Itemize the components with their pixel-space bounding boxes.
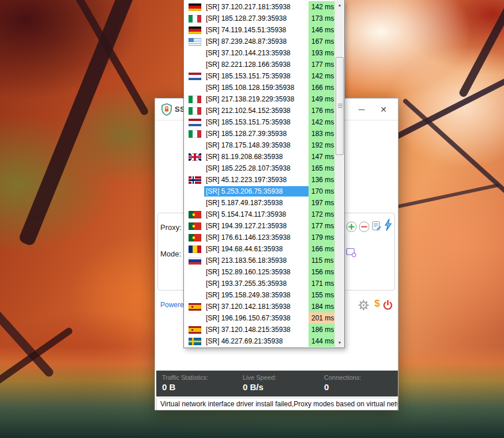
server-ping: 177 ms <box>309 220 334 232</box>
ping-test-lightning-icon[interactable] <box>382 218 394 231</box>
server-row[interactable]: [SR] 212.102.54.152:35938 176 ms <box>184 105 334 116</box>
server-address: [SR] 194.68.44.61:35938 <box>204 244 309 254</box>
mode-config-icon[interactable] <box>345 246 357 259</box>
server-address: [SR] 193.37.255.35:35938 <box>204 278 309 289</box>
server-ping: 173 ms <box>309 13 334 24</box>
server-row[interactable]: [SR] 37.120.144.213:35938 193 ms <box>184 47 334 59</box>
server-ping: 183 ms <box>309 128 334 139</box>
settings-gear-icon[interactable] <box>358 299 369 311</box>
server-address: [SR] 37.120.148.215:35938 <box>204 324 309 335</box>
scrollbar[interactable]: ▲ ▼ <box>334 0 344 348</box>
server-address: [SR] 152.89.160.125:35938 <box>204 267 309 277</box>
country-flag-icon <box>189 269 201 276</box>
country-flag-icon <box>189 61 201 69</box>
server-ping: 146 ms <box>309 24 334 36</box>
tree-branch <box>18 0 134 247</box>
server-ping: 136 ms <box>309 174 334 186</box>
country-flag-icon <box>189 165 201 172</box>
connections-value: 0 <box>324 382 361 392</box>
server-row[interactable]: [SR] 37.120.217.181:35938 142 ms <box>184 1 334 13</box>
server-ping: 167 ms <box>309 36 334 47</box>
country-flag-icon <box>189 234 201 241</box>
donate-dollar-icon[interactable]: $ <box>371 297 383 310</box>
server-ping: 166 ms <box>309 243 334 255</box>
server-address: [SR] 178.175.148.39:35938 <box>204 140 309 150</box>
server-row[interactable]: [SR] 185.128.27.39:35938 173 ms <box>184 13 334 24</box>
server-row[interactable]: [SR] 152.89.160.125:35938 156 ms <box>184 266 334 278</box>
edit-proxy-button[interactable] <box>371 220 382 232</box>
server-ping: 176 ms <box>309 105 334 116</box>
add-proxy-button[interactable] <box>345 220 357 233</box>
close-button[interactable]: ✕ <box>374 99 393 120</box>
server-row[interactable]: [SR] 194.39.127.21:35938 177 ms <box>184 220 334 232</box>
server-ping: 184 ms <box>309 301 334 312</box>
country-flag-icon <box>189 130 201 138</box>
connections-label: Connections: <box>324 374 361 381</box>
server-row[interactable]: [SR] 82.221.128.166:35938 177 ms <box>184 59 334 70</box>
country-flag-icon <box>189 27 201 34</box>
server-row[interactable]: [SR] 194.68.44.61:35938 166 ms <box>184 243 334 255</box>
server-ping: 172 ms <box>309 209 334 220</box>
server-row[interactable]: [SR] 37.120.148.215:35938 186 ms <box>184 324 334 335</box>
server-row[interactable]: [SR] 178.175.148.39:35938 192 ms <box>184 139 334 151</box>
server-ping: 193 ms <box>309 47 334 59</box>
server-row[interactable]: [SR] 37.120.142.181:35938 184 ms <box>184 301 334 312</box>
server-row[interactable]: [SR] 185.153.151.75:35938 142 ms <box>184 70 334 82</box>
server-row[interactable]: [SR] 5.253.206.75:35938 170 ms <box>184 186 334 197</box>
server-ping: 166 ms <box>309 82 334 93</box>
server-ping: 142 ms <box>309 116 334 128</box>
scroll-up-button[interactable]: ▲ <box>335 0 344 10</box>
server-row[interactable]: [SR] 176.61.146.123:35938 179 ms <box>184 232 334 243</box>
server-address: [SR] 37.120.144.213:35938 <box>204 48 309 58</box>
server-address: [SR] 45.12.223.197:35938 <box>204 175 309 185</box>
server-address: [SR] 185.225.28.107:35938 <box>204 163 309 173</box>
server-row[interactable]: [SR] 213.183.56.18:35938 115 ms <box>184 255 334 266</box>
country-flag-icon <box>189 257 201 265</box>
remove-proxy-button[interactable] <box>358 220 370 233</box>
country-flag-icon <box>189 246 201 253</box>
traffic-label: Traffic Statistics: <box>162 374 208 381</box>
server-row[interactable]: [SR] 45.12.223.197:35938 136 ms <box>184 174 334 186</box>
country-flag-icon <box>189 3 201 11</box>
shield-lock-icon <box>161 103 172 116</box>
server-address: [SR] 185.128.27.39:35938 <box>204 129 309 139</box>
country-flag-icon <box>189 119 201 126</box>
scrollbar-thumb[interactable] <box>336 57 344 155</box>
country-flag-icon <box>189 96 201 103</box>
server-ping: 142 ms <box>309 1 334 13</box>
server-address: [SR] 185.128.27.39:35938 <box>204 13 309 24</box>
server-row[interactable]: [SR] 185.225.28.107:35938 165 ms <box>184 163 334 174</box>
traffic-statistics: Traffic Statistics: 0 B <box>162 371 208 392</box>
speed-value: 0 B/s <box>243 382 276 392</box>
server-row[interactable]: [SR] 5.154.174.117:35938 172 ms <box>184 209 334 220</box>
server-row[interactable]: [SR] 185.128.27.39:35938 183 ms <box>184 128 334 139</box>
server-row[interactable]: [SR] 217.138.219.229:35938 149 ms <box>184 93 334 105</box>
server-address: [SR] 5.253.206.75:35938 <box>204 186 309 197</box>
server-row[interactable]: [SR] 5.187.49.187:35938 197 ms <box>184 197 334 209</box>
power-exit-icon[interactable] <box>382 299 393 311</box>
server-address: [SR] 195.158.249.38:35938 <box>204 290 309 300</box>
scroll-down-button[interactable]: ▼ <box>335 338 344 348</box>
server-ping: 192 ms <box>309 139 334 151</box>
server-row[interactable]: [SR] 81.19.208.68:35938 147 ms <box>184 151 334 163</box>
server-row[interactable]: [SR] 193.37.255.35:35938 171 ms <box>184 278 334 289</box>
server-row[interactable]: [SR] 195.158.249.38:35938 155 ms <box>184 289 334 301</box>
country-flag-icon <box>189 15 201 22</box>
proxy-server-dropdown: [SR] 37.120.217.181:35938 142 ms [SR] 18… <box>183 0 345 348</box>
server-row[interactable]: [SR] 185.108.128.159:35938 166 ms <box>184 82 334 93</box>
server-ping: 149 ms <box>309 93 334 105</box>
server-ping: 147 ms <box>309 151 334 163</box>
country-flag-icon <box>189 188 201 195</box>
server-row[interactable]: [SR] 74.119.145.51:35938 146 ms <box>184 24 334 36</box>
stats-bar: Traffic Statistics: 0 B Live Speed: 0 B/… <box>156 371 398 397</box>
server-address: [SR] 37.120.217.181:35938 <box>204 2 309 12</box>
country-flag-icon <box>189 73 201 80</box>
minimize-button[interactable]: ─ <box>352 99 371 120</box>
country-flag-icon <box>189 38 201 46</box>
server-row[interactable]: [SR] 46.227.69.21:35938 144 ms <box>184 335 334 347</box>
server-row[interactable]: [SR] 185.153.151.75:35938 142 ms <box>184 116 334 128</box>
server-address: [SR] 213.183.56.18:35938 <box>204 255 309 266</box>
country-flag-icon <box>189 176 201 184</box>
server-row[interactable]: [SR] 87.239.248.87:35938 167 ms <box>184 36 334 47</box>
server-row[interactable]: [SR] 196.196.150.67:35938 201 ms <box>184 312 334 324</box>
